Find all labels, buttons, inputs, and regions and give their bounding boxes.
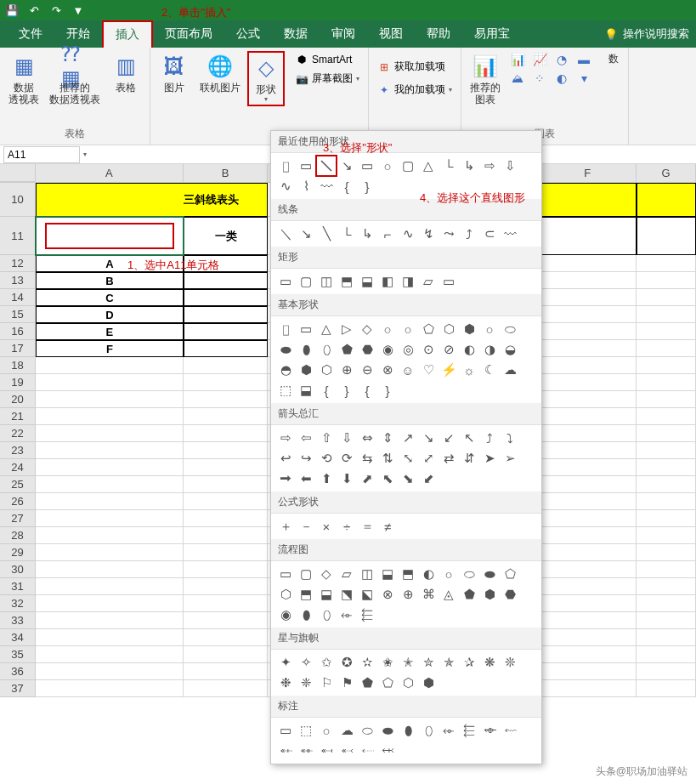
cell-F21[interactable]: [539, 408, 637, 425]
row-header-30[interactable]: 30: [0, 561, 36, 578]
cell-G35[interactable]: [637, 646, 696, 663]
cell-B19[interactable]: [184, 374, 269, 391]
cell-B25[interactable]: [184, 476, 269, 493]
row-header-10[interactable]: 10: [0, 183, 36, 217]
row-header-23[interactable]: 23: [0, 442, 36, 459]
shape-item[interactable]: ⇆: [358, 449, 376, 468]
cell-A21[interactable]: [36, 408, 184, 425]
shape-item[interactable]: ⬡: [399, 673, 417, 692]
more-chart-icon[interactable]: ▾: [574, 70, 594, 87]
cell-F27[interactable]: [539, 510, 637, 527]
shape-item[interactable]: ↪: [297, 449, 315, 468]
shape-item[interactable]: ↳: [358, 224, 376, 243]
row-header-27[interactable]: 27: [0, 510, 36, 527]
cell-G10[interactable]: [637, 183, 696, 217]
shape-item[interactable]: ⬣: [501, 585, 519, 604]
shape-item[interactable]: ⬡: [276, 585, 295, 604]
namebox-dropdown-icon[interactable]: ▾: [83, 151, 87, 158]
cell-F11[interactable]: [539, 217, 637, 255]
row-header-12[interactable]: 12: [0, 255, 36, 272]
cell-B12[interactable]: [184, 255, 269, 272]
cell-F22[interactable]: [539, 425, 637, 442]
cell-A10[interactable]: [36, 183, 184, 217]
cell-F30[interactable]: [539, 561, 637, 578]
tab-pagelayout[interactable]: 页面布局: [153, 20, 224, 48]
shape-item[interactable]: ⮕: [276, 469, 295, 488]
shape-item[interactable]: ⚡: [439, 361, 458, 379]
shape-item[interactable]: ✯: [439, 653, 458, 672]
shape-item[interactable]: ▷: [337, 320, 356, 338]
shape-item[interactable]: ▭: [297, 320, 315, 338]
shape-item[interactable]: ◐: [419, 565, 438, 583]
row-header-21[interactable]: 21: [0, 408, 36, 425]
shape-item[interactable]: ⊖: [358, 361, 376, 379]
cell-B24[interactable]: [184, 459, 269, 476]
cell-G11[interactable]: [637, 217, 696, 255]
shape-item[interactable]: ⬓: [297, 381, 315, 400]
cell-A13[interactable]: B: [36, 272, 184, 289]
shape-item[interactable]: ⬯: [317, 605, 336, 624]
shape-item[interactable]: ⬠: [501, 565, 519, 583]
shape-item[interactable]: ◧: [378, 272, 397, 291]
redo-icon[interactable]: ↷: [49, 3, 63, 17]
get-addins-button[interactable]: ⊞获取加载项: [374, 58, 449, 76]
line-shape[interactable]: [317, 156, 336, 175]
cell-F12[interactable]: [539, 255, 637, 272]
shape-item[interactable]: ◇: [358, 320, 376, 338]
shape-item[interactable]: ⬔: [337, 585, 356, 604]
cell-B34[interactable]: [184, 629, 269, 646]
col-header-F[interactable]: F: [539, 164, 637, 182]
shape-item[interactable]: ⊕: [399, 585, 417, 604]
row-header-34[interactable]: 34: [0, 629, 36, 646]
cell-A24[interactable]: [36, 459, 184, 476]
shape-item[interactable]: ⤴: [480, 429, 499, 447]
shape-item[interactable]: ⚐: [317, 673, 336, 692]
cell-G17[interactable]: [637, 340, 696, 357]
shape-item[interactable]: ⬇: [337, 469, 356, 488]
shape-item[interactable]: ◉: [276, 605, 295, 624]
shapes-button[interactable]: ◇ 形状 ▾: [247, 51, 285, 106]
shape-item[interactable]: ▢: [297, 565, 315, 583]
cell-F15[interactable]: [539, 306, 637, 323]
save-icon[interactable]: 💾: [5, 3, 19, 17]
shape-item[interactable]: ↯: [419, 224, 438, 243]
shape-item[interactable]: ✦: [276, 653, 295, 672]
cell-F17[interactable]: [539, 340, 637, 357]
shape-item[interactable]: ◐: [460, 340, 478, 359]
triangle-shape[interactable]: △: [419, 156, 438, 175]
shape-item[interactable]: ↘: [419, 429, 438, 447]
shape-item[interactable]: ⬆: [317, 469, 336, 488]
cell-G13[interactable]: [637, 272, 696, 289]
shape-item[interactable]: ⤵: [501, 429, 519, 447]
cell-A23[interactable]: [36, 442, 184, 459]
shape-item[interactable]: ○: [439, 565, 458, 583]
right-arrow-shape[interactable]: ⇨: [480, 156, 499, 175]
cell-B17[interactable]: [184, 340, 269, 357]
shape-item[interactable]: ▱: [419, 272, 438, 291]
cell-B32[interactable]: [184, 595, 269, 612]
shape-item[interactable]: ⇧: [317, 429, 336, 447]
shape-item[interactable]: ＼: [276, 224, 295, 243]
shape-item[interactable]: ⇦: [297, 429, 315, 447]
shape-item[interactable]: ⬟: [460, 585, 478, 604]
cell-B14[interactable]: [184, 289, 269, 306]
shape-item[interactable]: ⬒: [399, 565, 417, 583]
shape-item[interactable]: 〰: [501, 224, 519, 243]
cell-A11[interactable]: [36, 217, 184, 255]
qat-dropdown-icon[interactable]: ▼: [71, 3, 85, 17]
shape-item[interactable]: ⬭: [460, 565, 478, 583]
shape-item[interactable]: ✩: [317, 653, 336, 672]
cell-B35[interactable]: [184, 646, 269, 663]
cell-F24[interactable]: [539, 459, 637, 476]
shape-item[interactable]: ⬮: [297, 605, 315, 624]
cell-F25[interactable]: [539, 476, 637, 493]
shape-item[interactable]: ＝: [358, 517, 376, 536]
shape-item[interactable]: ⬯: [317, 340, 336, 359]
cell-A26[interactable]: [36, 493, 184, 510]
curve-shape[interactable]: ∿: [276, 177, 295, 196]
cell-B23[interactable]: [184, 442, 269, 459]
cell-A31[interactable]: [36, 578, 184, 595]
tab-help[interactable]: 帮助: [415, 20, 462, 48]
cell-F36[interactable]: [539, 663, 637, 680]
pivot-table-button[interactable]: ▦ 数据 透视表: [5, 51, 42, 107]
